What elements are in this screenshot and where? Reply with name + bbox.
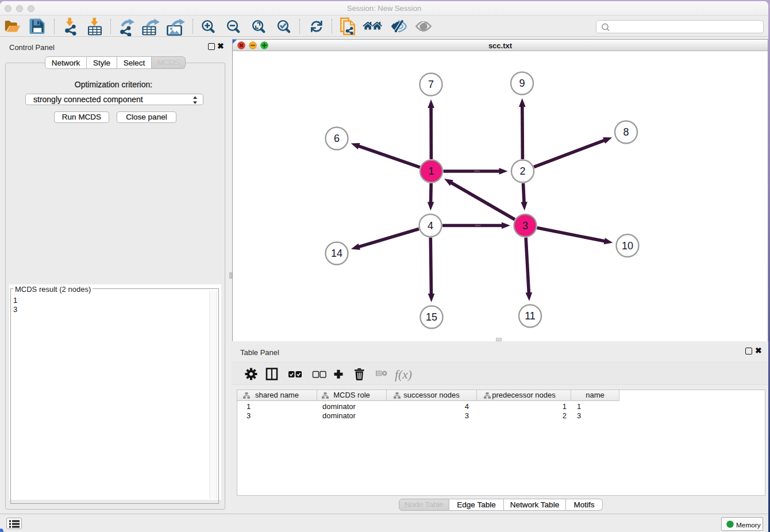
svg-text:10: 10 [622, 240, 633, 251]
svg-text:11: 11 [525, 310, 536, 322]
svg-text:4: 4 [428, 219, 433, 231]
svg-text:8: 8 [623, 126, 629, 138]
svg-text:3: 3 [522, 219, 528, 231]
svg-text:14: 14 [331, 248, 342, 259]
svg-text:7: 7 [428, 79, 434, 90]
svg-text:1: 1 [428, 165, 434, 177]
svg-text:f(x): f(x) [395, 368, 412, 381]
svg-text:9: 9 [519, 78, 525, 89]
svg-text:6: 6 [334, 133, 340, 144]
svg-text:15: 15 [426, 311, 437, 323]
svg-text:2: 2 [519, 165, 525, 177]
